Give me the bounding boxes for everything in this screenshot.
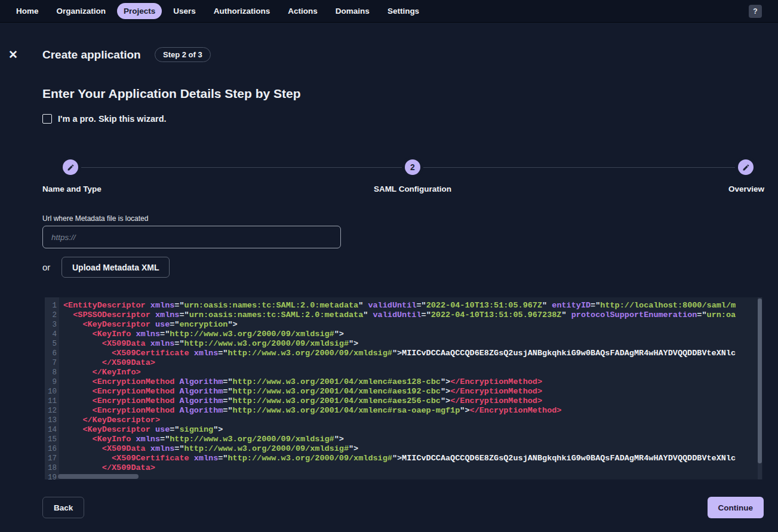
wizard-heading: Enter Your Application Details Step by S…: [42, 87, 301, 101]
metadata-url-label: Url where Metadata file is located: [42, 214, 148, 223]
nav-item-settings[interactable]: Settings: [381, 3, 426, 19]
nav-item-authorizations[interactable]: Authorizations: [207, 3, 277, 19]
xml-metadata-editor[interactable]: 12345678910111213141516171819 <EntityDes…: [45, 297, 762, 479]
skip-wizard-checkbox[interactable]: [42, 114, 52, 124]
nav-item-actions[interactable]: Actions: [281, 3, 324, 19]
nav-item-projects[interactable]: Projects: [117, 3, 162, 19]
upload-metadata-button[interactable]: Upload Metadata XML: [61, 257, 170, 278]
continue-button[interactable]: Continue: [708, 497, 764, 518]
nav-item-organization[interactable]: Organization: [50, 3, 113, 19]
horizontal-scrollbar-thumb[interactable]: [58, 474, 139, 479]
editor-code[interactable]: <EntityDescriptor xmlns="urn:oasis:names…: [59, 297, 762, 479]
wizard-stepper: 2 Name and Type SAML Configuration Overv…: [42, 159, 764, 194]
or-label: or: [42, 262, 50, 272]
vertical-scrollbar-thumb[interactable]: [758, 299, 762, 463]
step-1-circle[interactable]: [63, 159, 78, 175]
top-navbar: Home Organization Projects Users Authori…: [0, 0, 778, 23]
nav-item-users[interactable]: Users: [167, 3, 202, 19]
step-2-number: 2: [410, 162, 415, 172]
step-3-label: Overview: [728, 184, 764, 193]
step-2-circle[interactable]: 2: [405, 159, 420, 175]
help-button[interactable]: ?: [749, 5, 762, 18]
page-title: Create application: [42, 48, 141, 61]
step-2-label: SAML Configuration: [353, 184, 472, 193]
metadata-url-input[interactable]: [42, 226, 341, 248]
step-badge: Step 2 of 3: [155, 47, 211, 62]
editor-gutter: 12345678910111213141516171819: [45, 297, 59, 479]
pencil-icon: [67, 164, 75, 171]
pencil-icon: [742, 164, 750, 171]
skip-wizard-label: I'm a pro. Skip this wizard.: [58, 114, 167, 124]
nav-item-home[interactable]: Home: [10, 3, 45, 19]
step-1-label: Name and Type: [42, 184, 102, 193]
skip-wizard-row[interactable]: I'm a pro. Skip this wizard.: [42, 114, 167, 124]
back-button[interactable]: Back: [42, 497, 84, 518]
close-icon[interactable]: ✕: [7, 48, 20, 61]
step-3-circle[interactable]: [738, 159, 754, 175]
nav-item-domains[interactable]: Domains: [329, 3, 376, 19]
